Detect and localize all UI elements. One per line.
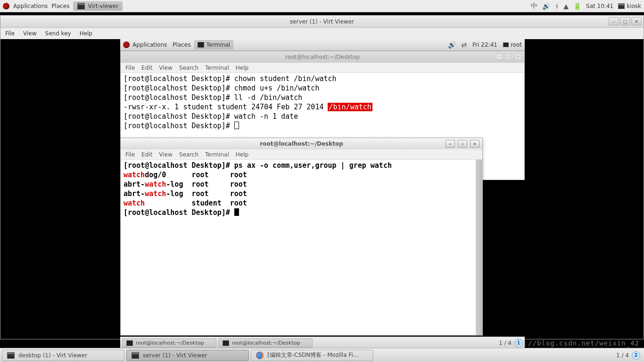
host-workspace-badge[interactable]: 2 bbox=[632, 351, 640, 360]
user-menu[interactable]: kiosk bbox=[627, 3, 641, 9]
term-menu-help[interactable]: Help bbox=[236, 65, 248, 71]
guest-applications-menu[interactable]: Applications bbox=[132, 41, 167, 48]
terminal2-title: root@localhost:~/Desktop bbox=[260, 140, 343, 147]
taskbar-virt-viewer[interactable]: Virt-viewer bbox=[73, 1, 123, 11]
window-icon bbox=[77, 3, 85, 9]
term-line: abrt-watch-log root root bbox=[124, 180, 473, 189]
term-menu-view[interactable]: View bbox=[159, 151, 172, 158]
term-line: [root@localhost Desktop]# chmod u+s /bin… bbox=[124, 83, 521, 93]
term-menu-file[interactable]: File bbox=[125, 65, 135, 71]
task-label: root@localhost:~/Desktop bbox=[232, 340, 300, 346]
terminal2-body[interactable]: [root@localhost Desktop]# ps ax -o comm,… bbox=[121, 160, 476, 335]
virt-menubar: File View Send key Help bbox=[0, 28, 644, 39]
redhat-icon bbox=[123, 41, 130, 48]
window-title: server (1) - Virt Viewer bbox=[290, 18, 354, 25]
terminal2-scrollbar[interactable] bbox=[476, 160, 482, 335]
term-menu-view[interactable]: View bbox=[159, 65, 172, 71]
taskbar-label: Virt-viewer bbox=[88, 3, 118, 9]
terminal1-titlebar[interactable]: root@localhost:~/Desktop ‒ ▫ × bbox=[121, 51, 524, 63]
task-label: desktop (1) - Virt Viewer bbox=[18, 352, 87, 359]
term-menu-edit[interactable]: Edit bbox=[141, 65, 152, 71]
scrollbar-thumb[interactable] bbox=[477, 160, 482, 335]
host-task-desktop-virt[interactable]: desktop (1) - Virt Viewer bbox=[2, 350, 124, 361]
terminal1-title: root@localhost:~/Desktop bbox=[285, 54, 360, 60]
minimize-button[interactable]: ‒ bbox=[609, 17, 619, 25]
term-line: [root@localhost Desktop]# ll -d /bin/wat… bbox=[124, 93, 521, 102]
guest-task-label: Terminal bbox=[206, 41, 230, 48]
guest-task-terminal[interactable]: Terminal bbox=[194, 40, 233, 49]
user-icon bbox=[618, 3, 625, 9]
terminal2-menubar: File Edit View Search Terminal Help bbox=[121, 149, 482, 160]
wifi-icon[interactable]: ▲ bbox=[563, 2, 569, 10]
host-task-firefox[interactable]: [编辑文章-CSDN博客 - Mozilla Fi... bbox=[251, 350, 373, 361]
term-menu-help[interactable]: Help bbox=[236, 151, 248, 158]
terminal2-maximize[interactable]: ▫ bbox=[458, 140, 467, 148]
firefox-icon bbox=[256, 352, 264, 359]
guest-task-terminal1[interactable]: root@localhost:~/Desktop bbox=[122, 338, 216, 348]
highlighted-path: /bin/watch bbox=[328, 103, 372, 111]
volume-icon[interactable]: 🔊 bbox=[542, 2, 550, 10]
terminal1-minimize[interactable]: ‒ bbox=[496, 53, 503, 60]
term-menu-search[interactable]: Search bbox=[179, 151, 198, 158]
guest-volume-icon[interactable]: 🔊 bbox=[448, 41, 456, 49]
redhat-icon bbox=[3, 3, 9, 9]
virt-viewer-window: server (1) - Virt Viewer ‒ ▢ ✕ File View… bbox=[0, 15, 644, 339]
menu-sendkey[interactable]: Send key bbox=[45, 30, 71, 37]
watermark-text: https://blog.csdn.net/weixin_42 bbox=[502, 339, 639, 347]
maximize-button[interactable]: ▢ bbox=[620, 17, 630, 25]
terminal-icon bbox=[223, 340, 229, 346]
guest-places-menu[interactable]: Places bbox=[173, 41, 190, 48]
term-line: [root@localhost Desktop]# watch -n 1 dat… bbox=[124, 112, 521, 121]
term-menu-file[interactable]: File bbox=[125, 151, 135, 158]
guest-network-icon[interactable]: ⇄ bbox=[462, 41, 467, 49]
term-menu-search[interactable]: Search bbox=[179, 65, 198, 71]
terminal1-close[interactable]: × bbox=[515, 53, 521, 60]
task-label: [编辑文章-CSDN博客 - Mozilla Fi... bbox=[267, 351, 358, 359]
menu-file[interactable]: File bbox=[5, 30, 15, 37]
host-task-server-virt[interactable]: server (1) - Virt Viewer bbox=[126, 350, 249, 361]
host-workspace-indicator[interactable]: 1 / 4 bbox=[616, 352, 629, 359]
guest-bottom-panel: root@localhost:~/Desktop root@localhost:… bbox=[120, 337, 525, 349]
user-icon bbox=[503, 42, 509, 47]
cursor-icon bbox=[234, 208, 239, 216]
clock[interactable]: Sat 10:41 bbox=[586, 3, 613, 9]
term-line: [root@localhost Desktop]# bbox=[124, 208, 473, 217]
places-menu[interactable]: Places bbox=[51, 3, 69, 9]
close-button[interactable]: ✕ bbox=[631, 17, 642, 25]
term-line: [root@localhost Desktop]# bbox=[124, 121, 521, 131]
input-method-icon[interactable]: 中 bbox=[531, 2, 537, 10]
menu-view[interactable]: View bbox=[23, 30, 36, 37]
terminal-window-2[interactable]: root@localhost:~/Desktop ‒ ▫ × File Edit… bbox=[120, 138, 483, 336]
menu-help[interactable]: Help bbox=[80, 30, 92, 37]
cursor-icon bbox=[234, 122, 239, 129]
term-line: watchdog/0 root root bbox=[124, 170, 473, 180]
task-label: root@localhost:~/Desktop bbox=[136, 340, 204, 346]
terminal-icon bbox=[198, 42, 204, 48]
vm-framebuffer: Applications Places Terminal 🔊 ⇄ Fri 22:… bbox=[0, 39, 644, 339]
term-line: watch student root bbox=[124, 198, 473, 208]
terminal2-minimize[interactable]: ‒ bbox=[446, 140, 455, 148]
term-line: [root@localhost Desktop]# ps ax -o comm,… bbox=[124, 161, 473, 170]
term-menu-edit[interactable]: Edit bbox=[141, 151, 152, 158]
term-line: -rwsr-xr-x. 1 student student 24704 Feb … bbox=[124, 102, 521, 112]
battery-icon[interactable]: 🔋 bbox=[573, 2, 581, 10]
terminal-icon bbox=[126, 340, 133, 346]
term-line: abrt-watch-log root root bbox=[124, 189, 473, 198]
terminal2-close[interactable]: × bbox=[470, 140, 479, 148]
terminal2-titlebar[interactable]: root@localhost:~/Desktop ‒ ▫ × bbox=[121, 138, 482, 149]
term-line: [root@localhost Desktop]# chown student … bbox=[124, 74, 521, 83]
terminal1-maximize[interactable]: ▫ bbox=[505, 53, 512, 60]
terminal1-menubar: File Edit View Search Terminal Help bbox=[121, 63, 524, 73]
term-menu-terminal[interactable]: Terminal bbox=[205, 151, 229, 158]
host-bottom-panel: desktop (1) - Virt Viewer server (1) - V… bbox=[0, 348, 644, 362]
window-icon bbox=[7, 352, 15, 359]
guest-user-menu[interactable]: root bbox=[511, 41, 522, 48]
applications-menu[interactable]: Applications bbox=[13, 3, 48, 9]
term-menu-terminal[interactable]: Terminal bbox=[205, 65, 229, 71]
guest-clock[interactable]: Fri 22:41 bbox=[472, 41, 497, 48]
host-top-panel: Applications Places Virt-viewer 中 🔊 ᚼ ▲ … bbox=[0, 0, 644, 12]
virt-titlebar[interactable]: server (1) - Virt Viewer ‒ ▢ ✕ bbox=[0, 16, 644, 28]
bluetooth-icon[interactable]: ᚼ bbox=[555, 2, 559, 10]
task-label: server (1) - Virt Viewer bbox=[143, 352, 207, 359]
guest-task-terminal2[interactable]: root@localhost:~/Desktop bbox=[218, 338, 313, 348]
